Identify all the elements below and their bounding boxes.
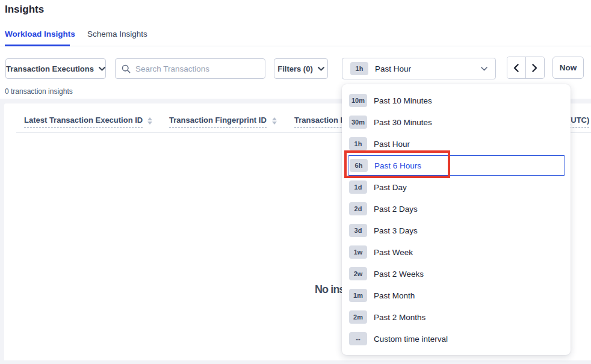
time-option-2m[interactable]: 2mPast 2 Months <box>342 306 571 328</box>
search-box[interactable] <box>115 58 265 79</box>
column-header-0[interactable]: Latest Transaction Execution ID <box>24 116 143 125</box>
time-option-10m[interactable]: 10mPast 10 Minutes <box>342 90 571 111</box>
time-interval-dropdown: 10mPast 10 Minutes30mPast 30 Minutes1hPa… <box>342 84 571 355</box>
column-header-label: Transaction Fingerprint ID <box>169 116 267 128</box>
option-badge: 10m <box>349 94 367 107</box>
time-option-1h[interactable]: 1hPast Hour <box>342 133 571 155</box>
tabs-divider <box>0 46 591 46</box>
results-count: 0 transaction insights <box>5 87 73 96</box>
insights-page: Insights Workload Insights Schema Insigh… <box>0 0 591 364</box>
option-badge: 30m <box>349 116 367 129</box>
option-badge: 1d <box>349 180 367 194</box>
tab-workload-insights[interactable]: Workload Insights <box>5 29 75 39</box>
filters-label: Filters (0) <box>277 64 313 73</box>
chevron-right-icon <box>532 64 537 72</box>
time-option-1w[interactable]: 1wPast Week <box>342 241 571 263</box>
view-type-select[interactable]: Transaction Executions <box>5 58 106 79</box>
time-option-2w[interactable]: 2wPast 2 Weeks <box>342 263 571 285</box>
time-option-1d[interactable]: 1dPast Day <box>342 176 571 198</box>
chevron-down-icon <box>99 67 105 71</box>
view-type-label: Transaction Executions <box>6 64 94 73</box>
filters-button[interactable]: Filters (0) <box>274 58 328 79</box>
option-label: Past Hour <box>374 140 410 149</box>
search-icon <box>122 64 131 73</box>
time-interval-badge: 1h <box>350 62 368 75</box>
option-badge: 2m <box>349 310 367 324</box>
time-option-6h[interactable]: 6hPast 6 Hours <box>348 155 565 176</box>
time-interval-select[interactable]: 1h Past Hour <box>342 58 496 79</box>
time-next-button[interactable] <box>526 57 545 78</box>
option-label: Past 2 Months <box>374 313 425 322</box>
option-label: Past Week <box>374 248 413 257</box>
column-header-label: Latest Transaction Execution ID <box>24 116 143 128</box>
sort-icon[interactable] <box>272 117 277 125</box>
option-label: Past 2 Days <box>374 205 418 214</box>
option-badge: 2w <box>349 267 367 280</box>
chevron-down-icon <box>481 67 487 71</box>
time-prev-button[interactable] <box>507 57 526 78</box>
sort-icon[interactable] <box>147 117 152 125</box>
option-badge: 6h <box>350 159 368 172</box>
option-label: Past Day <box>374 183 407 192</box>
option-label: Past 10 Minutes <box>374 96 432 105</box>
time-interval-label: Past Hour <box>375 64 474 73</box>
chevron-left-icon <box>513 64 519 72</box>
option-label: Custom time interval <box>374 335 448 344</box>
option-badge: 3d <box>349 224 367 237</box>
search-input[interactable] <box>135 64 259 73</box>
option-label: Past 6 Hours <box>374 161 421 170</box>
time-option-2d[interactable]: 2dPast 2 Days <box>342 198 571 220</box>
now-button[interactable]: Now <box>552 57 584 79</box>
option-label: Past 2 Weeks <box>374 270 424 279</box>
option-label: Past 3 Days <box>374 226 418 235</box>
page-title: Insights <box>5 4 44 16</box>
time-option-30m[interactable]: 30mPast 30 Minutes <box>342 111 571 133</box>
time-option-1m[interactable]: 1mPast Month <box>342 285 571 306</box>
active-tab-underline <box>5 45 70 46</box>
chevron-down-icon <box>318 67 324 71</box>
option-badge: 2d <box>349 202 367 215</box>
time-nav-group <box>507 57 545 79</box>
time-option-custom[interactable]: --Custom time interval <box>342 328 571 350</box>
tab-schema-insights[interactable]: Schema Insights <box>87 29 147 39</box>
time-option-3d[interactable]: 3dPast 3 Days <box>342 220 571 241</box>
option-label: Past 30 Minutes <box>374 118 432 127</box>
option-badge: 1h <box>349 137 367 150</box>
column-header-1[interactable]: Transaction Fingerprint ID <box>169 116 267 125</box>
option-badge: 1w <box>349 245 367 259</box>
option-badge: 1m <box>349 289 367 302</box>
option-label: Past Month <box>374 291 415 300</box>
option-badge: -- <box>349 332 367 345</box>
